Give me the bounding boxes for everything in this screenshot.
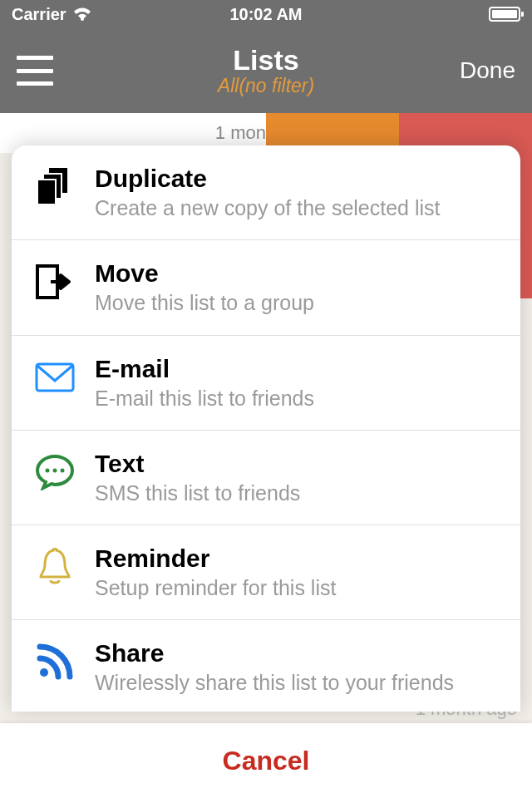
- action-text[interactable]: Text SMS this list to friends: [12, 431, 520, 525]
- action-sheet: Duplicate Create a new copy of the selec…: [12, 145, 520, 712]
- duplicate-icon: [35, 167, 75, 207]
- action-title: Reminder: [95, 544, 502, 574]
- action-subtitle: Wirelessly share this list to your frien…: [95, 670, 502, 696]
- action-email[interactable]: E-mail E-mail this list to friends: [12, 336, 520, 431]
- screen: Carrier 10:02 AM Lists All(no filter) Do…: [0, 0, 532, 798]
- done-button[interactable]: Done: [460, 57, 515, 84]
- action-title: Text: [95, 449, 502, 479]
- svg-rect-2: [37, 180, 56, 204]
- svg-point-6: [53, 468, 57, 472]
- action-subtitle: SMS this list to friends: [95, 480, 502, 506]
- action-subtitle: E-mail this list to friends: [95, 386, 502, 411]
- action-subtitle: Move this list to a group: [95, 290, 502, 316]
- page-title: Lists: [0, 45, 532, 76]
- svg-point-7: [61, 468, 65, 472]
- svg-point-5: [46, 468, 50, 472]
- action-share[interactable]: Share Wirelessly share this list to your…: [12, 620, 520, 712]
- action-duplicate[interactable]: Duplicate Create a new copy of the selec…: [12, 145, 520, 240]
- action-title: E-mail: [95, 354, 502, 384]
- menu-button[interactable]: [17, 56, 53, 86]
- wifi-icon: [73, 7, 91, 21]
- page-subtitle: All(no filter): [0, 76, 532, 96]
- action-subtitle: Setup reminder for this list: [95, 575, 502, 601]
- battery-icon: [489, 7, 520, 22]
- status-bar: Carrier 10:02 AM: [0, 0, 532, 28]
- action-title: Duplicate: [95, 164, 502, 194]
- action-title: Move: [95, 259, 502, 288]
- action-subtitle: Create a new copy of the selected list: [95, 195, 502, 221]
- nav-bar: Lists All(no filter) Done: [0, 28, 532, 113]
- svg-rect-4: [37, 364, 73, 391]
- move-icon: [35, 262, 75, 302]
- action-title: Share: [95, 638, 502, 668]
- bell-icon: [35, 547, 75, 587]
- action-move[interactable]: Move Move this list to a group: [12, 240, 520, 335]
- cancel-label: Cancel: [223, 746, 310, 776]
- sms-icon: [35, 452, 75, 492]
- svg-point-8: [40, 668, 48, 677]
- email-icon: [35, 357, 75, 397]
- carrier-label: Carrier: [12, 5, 66, 24]
- action-reminder[interactable]: Reminder Setup reminder for this list: [12, 525, 520, 620]
- cancel-button[interactable]: Cancel: [0, 723, 532, 798]
- rss-icon: [35, 642, 75, 682]
